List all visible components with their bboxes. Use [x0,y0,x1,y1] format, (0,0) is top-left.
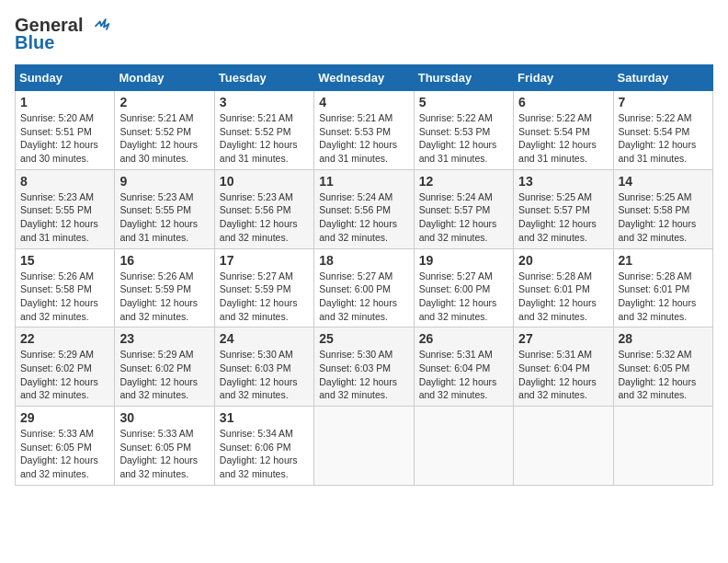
day-info: Sunrise: 5:31 AM Sunset: 6:04 PM Dayligh… [518,348,608,402]
week-row: 8Sunrise: 5:23 AM Sunset: 5:55 PM Daylig… [16,169,713,248]
calendar-cell [314,407,414,486]
day-header-thursday: Thursday [414,65,513,91]
day-number: 16 [119,253,209,268]
calendar-cell: 28Sunrise: 5:32 AM Sunset: 6:05 PM Dayli… [613,327,712,407]
day-number: 31 [220,410,309,425]
day-number: 1 [20,95,109,109]
day-info: Sunrise: 5:27 AM Sunset: 6:00 PM Dayligh… [419,270,508,324]
logo: General Blue [15,15,112,53]
calendar-cell: 16Sunrise: 5:26 AM Sunset: 5:59 PM Dayli… [115,248,214,327]
day-info: Sunrise: 5:22 AM Sunset: 5:53 PM Dayligh… [419,111,508,166]
day-header-tuesday: Tuesday [214,65,313,91]
day-info: Sunrise: 5:22 AM Sunset: 5:54 PM Dayligh… [619,111,708,166]
calendar-cell: 20Sunrise: 5:28 AM Sunset: 6:01 PM Dayli… [514,248,613,327]
calendar-cell: 18Sunrise: 5:27 AM Sunset: 6:00 PM Dayli… [314,248,414,327]
calendar-cell [414,407,513,486]
day-info: Sunrise: 5:32 AM Sunset: 6:05 PM Dayligh… [619,348,708,402]
day-number: 24 [220,331,309,346]
day-info: Sunrise: 5:23 AM Sunset: 5:55 PM Dayligh… [20,190,109,245]
day-info: Sunrise: 5:31 AM Sunset: 6:04 PM Dayligh… [419,348,508,402]
day-number: 21 [619,253,708,268]
day-info: Sunrise: 5:23 AM Sunset: 5:56 PM Dayligh… [220,190,309,245]
day-info: Sunrise: 5:27 AM Sunset: 5:59 PM Dayligh… [220,270,309,324]
day-number: 20 [518,253,608,268]
day-header-saturday: Saturday [613,65,712,91]
day-number: 15 [20,253,109,268]
week-row: 15Sunrise: 5:26 AM Sunset: 5:58 PM Dayli… [16,248,713,327]
calendar-cell: 25Sunrise: 5:30 AM Sunset: 6:03 PM Dayli… [314,327,414,407]
day-number: 25 [319,331,408,346]
calendar-cell: 12Sunrise: 5:24 AM Sunset: 5:57 PM Dayli… [414,169,513,248]
day-info: Sunrise: 5:29 AM Sunset: 6:02 PM Dayligh… [119,348,209,402]
calendar-cell: 5Sunrise: 5:22 AM Sunset: 5:53 PM Daylig… [414,91,513,170]
calendar-cell: 6Sunrise: 5:22 AM Sunset: 5:54 PM Daylig… [514,91,613,170]
day-number: 26 [419,331,508,346]
day-number: 2 [119,95,209,109]
calendar-cell: 29Sunrise: 5:33 AM Sunset: 6:05 PM Dayli… [16,407,115,486]
day-number: 17 [220,253,309,268]
day-number: 9 [119,174,209,189]
day-info: Sunrise: 5:25 AM Sunset: 5:58 PM Dayligh… [619,190,708,245]
day-number: 30 [119,410,209,425]
day-info: Sunrise: 5:24 AM Sunset: 5:56 PM Dayligh… [319,190,408,245]
week-row: 22Sunrise: 5:29 AM Sunset: 6:02 PM Dayli… [16,327,713,407]
calendar-cell: 22Sunrise: 5:29 AM Sunset: 6:02 PM Dayli… [16,327,115,407]
day-header-sunday: Sunday [16,65,115,91]
week-row: 29Sunrise: 5:33 AM Sunset: 6:05 PM Dayli… [16,407,713,486]
day-info: Sunrise: 5:23 AM Sunset: 5:55 PM Dayligh… [119,190,209,245]
calendar-cell: 10Sunrise: 5:23 AM Sunset: 5:56 PM Dayli… [214,169,313,248]
day-header-monday: Monday [115,65,214,91]
day-info: Sunrise: 5:33 AM Sunset: 6:05 PM Dayligh… [20,427,109,481]
day-number: 19 [419,253,508,268]
day-info: Sunrise: 5:21 AM Sunset: 5:53 PM Dayligh… [319,111,408,166]
calendar-cell: 17Sunrise: 5:27 AM Sunset: 5:59 PM Dayli… [214,248,313,327]
day-number: 23 [119,331,209,346]
calendar-cell: 11Sunrise: 5:24 AM Sunset: 5:56 PM Dayli… [314,169,414,248]
calendar-cell: 7Sunrise: 5:22 AM Sunset: 5:54 PM Daylig… [613,91,712,170]
calendar-table: SundayMondayTuesdayWednesdayThursdayFrid… [15,64,713,486]
day-number: 18 [319,253,408,268]
day-number: 7 [619,95,708,109]
day-info: Sunrise: 5:22 AM Sunset: 5:54 PM Dayligh… [518,111,608,166]
calendar-cell: 31Sunrise: 5:34 AM Sunset: 6:06 PM Dayli… [214,407,313,486]
calendar-cell: 21Sunrise: 5:28 AM Sunset: 6:01 PM Dayli… [613,248,712,327]
day-header-wednesday: Wednesday [314,65,414,91]
day-info: Sunrise: 5:27 AM Sunset: 6:00 PM Dayligh… [319,270,408,324]
calendar-cell: 3Sunrise: 5:21 AM Sunset: 5:52 PM Daylig… [214,91,313,170]
day-number: 3 [220,95,309,109]
calendar-cell [613,407,712,486]
day-info: Sunrise: 5:30 AM Sunset: 6:03 PM Dayligh… [319,348,408,402]
day-info: Sunrise: 5:26 AM Sunset: 5:58 PM Dayligh… [20,270,109,324]
day-number: 12 [419,174,508,189]
day-number: 4 [319,95,408,109]
calendar-cell [514,407,613,486]
calendar-cell: 14Sunrise: 5:25 AM Sunset: 5:58 PM Dayli… [613,169,712,248]
day-number: 13 [518,174,608,189]
day-number: 8 [20,174,109,189]
calendar-cell: 1Sunrise: 5:20 AM Sunset: 5:51 PM Daylig… [16,91,115,170]
day-info: Sunrise: 5:29 AM Sunset: 6:02 PM Dayligh… [20,348,109,402]
calendar-cell: 23Sunrise: 5:29 AM Sunset: 6:02 PM Dayli… [115,327,214,407]
day-number: 28 [619,331,708,346]
calendar-cell: 8Sunrise: 5:23 AM Sunset: 5:55 PM Daylig… [16,169,115,248]
day-number: 6 [518,95,608,109]
day-info: Sunrise: 5:30 AM Sunset: 6:03 PM Dayligh… [220,348,309,402]
day-info: Sunrise: 5:21 AM Sunset: 5:52 PM Dayligh… [220,111,309,166]
day-number: 27 [518,331,608,346]
day-number: 5 [419,95,508,109]
calendar-cell: 4Sunrise: 5:21 AM Sunset: 5:53 PM Daylig… [314,91,414,170]
calendar-cell: 30Sunrise: 5:33 AM Sunset: 6:05 PM Dayli… [115,407,214,486]
day-info: Sunrise: 5:20 AM Sunset: 5:51 PM Dayligh… [20,111,109,166]
header: General Blue [15,15,713,53]
calendar-cell: 27Sunrise: 5:31 AM Sunset: 6:04 PM Dayli… [514,327,613,407]
week-row: 1Sunrise: 5:20 AM Sunset: 5:51 PM Daylig… [16,91,713,170]
calendar-cell: 15Sunrise: 5:26 AM Sunset: 5:58 PM Dayli… [16,248,115,327]
day-info: Sunrise: 5:34 AM Sunset: 6:06 PM Dayligh… [220,427,309,481]
header-row: SundayMondayTuesdayWednesdayThursdayFrid… [16,65,713,91]
day-info: Sunrise: 5:24 AM Sunset: 5:57 PM Dayligh… [419,190,508,245]
calendar-cell: 2Sunrise: 5:21 AM Sunset: 5:52 PM Daylig… [115,91,214,170]
day-info: Sunrise: 5:26 AM Sunset: 5:59 PM Dayligh… [119,270,209,324]
day-info: Sunrise: 5:33 AM Sunset: 6:05 PM Dayligh… [119,427,209,481]
day-number: 10 [220,174,309,189]
day-header-friday: Friday [514,65,613,91]
